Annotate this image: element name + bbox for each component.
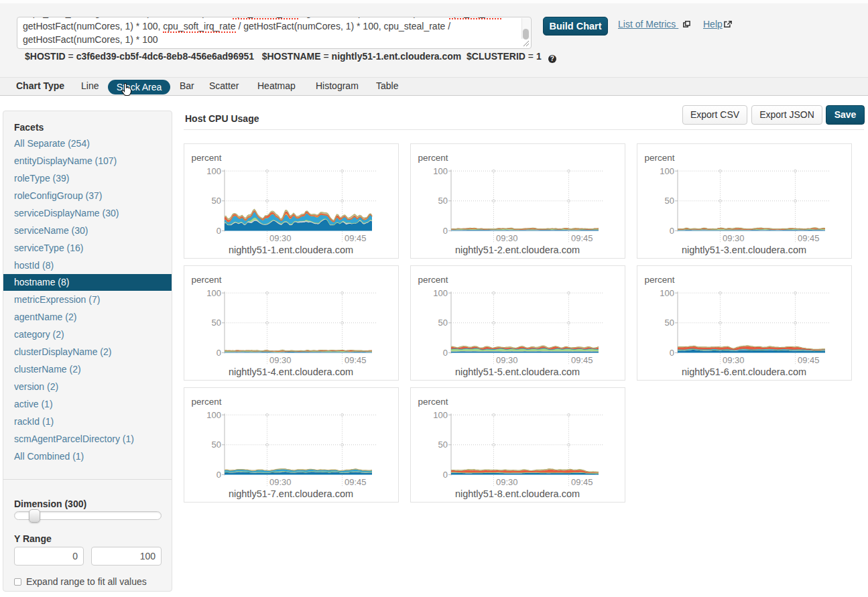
- svg-text:percent: percent: [418, 397, 448, 407]
- svg-text:100: 100: [433, 410, 448, 420]
- svg-text:50: 50: [212, 196, 221, 206]
- svg-text:50: 50: [665, 318, 674, 328]
- svg-text:100: 100: [660, 166, 674, 176]
- svg-text:percent: percent: [418, 275, 448, 285]
- svg-text:50: 50: [665, 196, 674, 206]
- svg-text:percent: percent: [418, 153, 448, 163]
- svg-text:0: 0: [670, 348, 674, 358]
- svg-text:50: 50: [438, 318, 448, 328]
- svg-text:0: 0: [443, 348, 448, 358]
- svg-text:09:45: 09:45: [798, 233, 820, 243]
- svg-text:09:45: 09:45: [345, 233, 367, 243]
- svg-text:09:45: 09:45: [571, 233, 593, 243]
- svg-text:09:30: 09:30: [723, 355, 745, 365]
- svg-text:09:30: 09:30: [269, 477, 292, 487]
- svg-text:0: 0: [443, 470, 448, 480]
- svg-text:09:30: 09:30: [496, 477, 518, 487]
- svg-text:nightly51-8.ent.cloudera.com: nightly51-8.ent.cloudera.com: [455, 488, 580, 499]
- svg-text:100: 100: [433, 166, 448, 176]
- svg-text:percent: percent: [192, 153, 222, 163]
- svg-text:0: 0: [216, 226, 221, 236]
- svg-text:100: 100: [206, 410, 221, 420]
- svg-text:100: 100: [206, 166, 221, 176]
- svg-text:50: 50: [438, 440, 448, 450]
- svg-text:50: 50: [438, 196, 448, 206]
- svg-text:09:45: 09:45: [571, 355, 593, 365]
- svg-text:100: 100: [206, 288, 221, 298]
- svg-text:09:30: 09:30: [723, 233, 745, 243]
- svg-text:nightly51-7.ent.cloudera.com: nightly51-7.ent.cloudera.com: [229, 488, 353, 499]
- svg-text:09:45: 09:45: [571, 477, 593, 487]
- svg-text:09:30: 09:30: [269, 355, 292, 365]
- svg-text:nightly51-4.ent.cloudera.com: nightly51-4.ent.cloudera.com: [229, 367, 353, 377]
- svg-text:50: 50: [212, 440, 221, 450]
- svg-text:percent: percent: [192, 397, 222, 407]
- svg-text:nightly51-1.ent.cloudera.com: nightly51-1.ent.cloudera.com: [229, 245, 353, 255]
- svg-text:percent: percent: [645, 275, 675, 285]
- svg-text:09:30: 09:30: [496, 355, 518, 365]
- svg-text:percent: percent: [645, 153, 675, 163]
- svg-text:100: 100: [433, 288, 448, 298]
- svg-text:100: 100: [660, 288, 674, 298]
- svg-text:nightly51-5.ent.cloudera.com: nightly51-5.ent.cloudera.com: [455, 367, 580, 377]
- svg-text:09:30: 09:30: [269, 233, 292, 243]
- svg-text:0: 0: [670, 226, 674, 236]
- svg-text:50: 50: [212, 318, 221, 328]
- svg-text:percent: percent: [192, 275, 222, 285]
- svg-text:09:30: 09:30: [496, 233, 518, 243]
- svg-text:09:45: 09:45: [798, 355, 820, 365]
- svg-text:09:45: 09:45: [345, 355, 367, 365]
- svg-text:0: 0: [216, 470, 221, 480]
- svg-text:09:45: 09:45: [345, 477, 367, 487]
- svg-text:nightly51-6.ent.cloudera.com: nightly51-6.ent.cloudera.com: [682, 367, 806, 377]
- svg-text:nightly51-3.ent.cloudera.com: nightly51-3.ent.cloudera.com: [682, 245, 806, 255]
- svg-text:0: 0: [216, 348, 221, 358]
- svg-text:nightly51-2.ent.cloudera.com: nightly51-2.ent.cloudera.com: [455, 245, 580, 255]
- svg-text:0: 0: [443, 226, 448, 236]
